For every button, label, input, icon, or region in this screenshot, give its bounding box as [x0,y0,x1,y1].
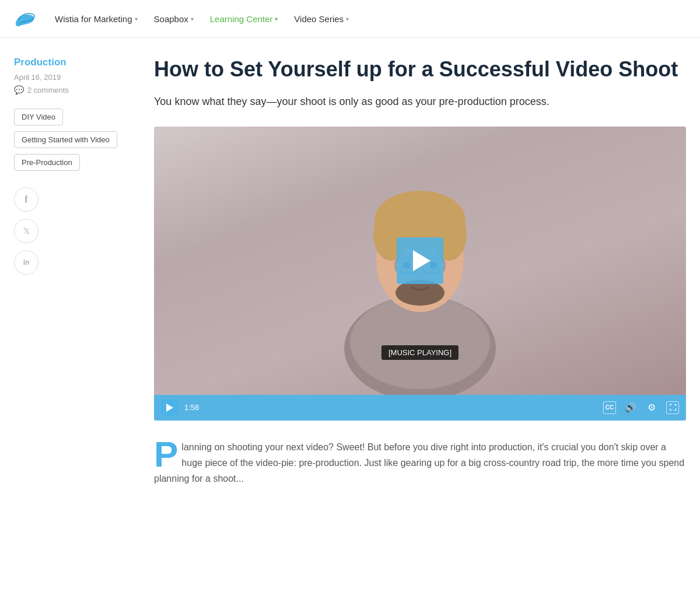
comments-count[interactable]: 💬 2 comments [14,85,140,94]
chevron-down-icon: ▾ [191,16,194,22]
nav-wistia-marketing[interactable]: Wistia for Marketing ▾ [48,9,145,29]
video-timestamp: 1:58 [184,403,199,412]
settings-button[interactable]: ⚙ [645,401,658,414]
facebook-icon: f [24,194,27,205]
music-caption: [MUSIC PLAYING] [382,345,459,360]
article-main: How to Set Yourself up for a Successful … [154,57,686,487]
play-icon [166,404,173,412]
article-intro: You know what they say—your shoot is onl… [154,93,686,110]
chevron-down-icon: ▾ [346,16,349,22]
article-paragraph: Planning on shooting your next video? Sw… [154,439,686,487]
site-header: Wistia for Marketing ▾ Soapbox ▾ Learnin… [0,0,700,38]
fullscreen-icon: ⛶ [669,404,676,412]
article-date: April 16, 2019 [14,73,140,82]
video-right-controls: CC 🔊 ⚙ ⛶ [603,401,679,414]
facebook-share-button[interactable]: f [14,187,38,212]
logo-area[interactable] [14,9,36,28]
twitter-icon: 𝕏 [23,226,30,236]
article-body: Planning on shooting your next video? Sw… [154,439,686,487]
nav-soapbox[interactable]: Soapbox ▾ [147,9,201,29]
tag-pre-production[interactable]: Pre-Production [14,154,80,171]
fullscreen-button[interactable]: ⛶ [666,401,679,414]
article-sidebar: Production April 16, 2019 💬 2 comments D… [14,57,154,487]
nav-video-series[interactable]: Video Series ▾ [287,9,356,29]
settings-gear-icon: ⚙ [648,402,656,413]
article-title: How to Set Yourself up for a Successful … [154,57,686,82]
linkedin-share-button[interactable]: in [14,250,38,275]
article-category[interactable]: Production [14,57,140,68]
comment-icon: 💬 [14,85,24,94]
nav-learning-center[interactable]: Learning Center ▾ [203,9,285,29]
linkedin-icon: in [23,258,30,267]
chevron-down-icon: ▾ [275,16,278,22]
video-play-button[interactable] [397,237,443,284]
social-share-list: f 𝕏 in [14,187,140,275]
video-thumbnail: [MUSIC PLAYING] [154,127,686,395]
cc-icon: CC [606,404,614,411]
drop-cap-letter: P [154,439,180,470]
twitter-share-button[interactable]: 𝕏 [14,219,38,243]
tag-diy-video[interactable]: DIY Video [14,108,63,125]
main-nav: Wistia for Marketing ▾ Soapbox ▾ Learnin… [48,9,356,29]
closed-captions-button[interactable]: CC [603,401,616,414]
tag-getting-started[interactable]: Getting Started with Video [14,131,117,148]
video-controls-bar: 1:58 CC 🔊 ⚙ ⛶ [154,395,686,421]
chevron-down-icon: ▾ [135,16,138,22]
page-layout: Production April 16, 2019 💬 2 comments D… [0,38,700,506]
volume-button[interactable]: 🔊 [624,401,637,414]
video-play-control[interactable] [161,400,177,416]
tag-list: DIY Video Getting Started with Video Pre… [14,108,140,171]
volume-icon: 🔊 [625,402,636,413]
video-player[interactable]: [MUSIC PLAYING] 1:58 CC 🔊 [154,127,686,421]
play-triangle-icon [413,250,430,271]
wistia-logo-icon [14,9,36,28]
